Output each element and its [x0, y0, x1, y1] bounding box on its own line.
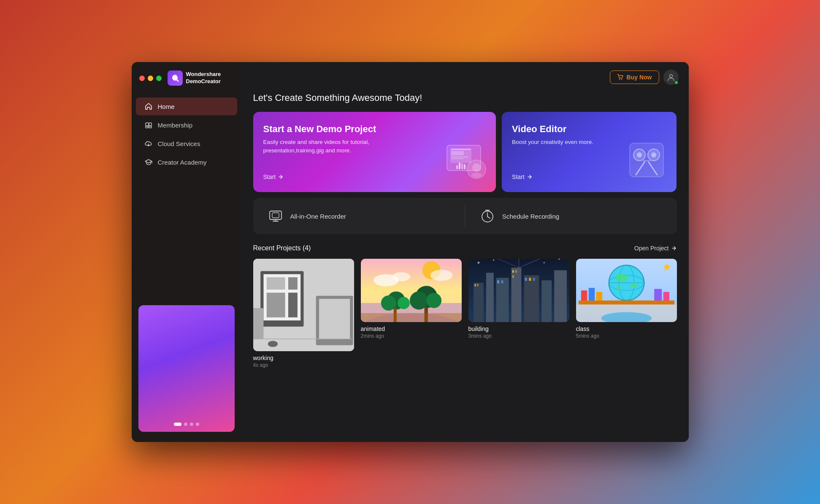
online-indicator: [674, 81, 678, 84]
svg-rect-80: [474, 284, 476, 286]
svg-point-64: [426, 293, 441, 308]
schedule-recording-button[interactable]: Schedule Recording: [465, 198, 677, 234]
user-icon: [667, 73, 675, 81]
svg-rect-103: [588, 288, 594, 301]
svg-rect-23: [630, 143, 663, 177]
dot-3: [190, 423, 193, 426]
svg-rect-2: [149, 123, 152, 126]
project-name-animated: animated: [361, 325, 462, 332]
sidebar-item-membership[interactable]: Membership: [136, 116, 237, 134]
dot-1: [174, 423, 181, 426]
svg-rect-15: [451, 158, 464, 159]
cart-icon: [617, 74, 624, 81]
new-project-title: Start a New Demo Project: [263, 124, 486, 135]
video-editor-card[interactable]: Video Editor Boost your creativity even …: [502, 112, 677, 192]
sidebar-item-creator-academy[interactable]: Creator Academy: [136, 153, 237, 171]
project-time-building: 3mins ago: [468, 333, 569, 339]
home-icon: [144, 102, 153, 111]
minimize-button[interactable]: [148, 76, 153, 81]
app-window: Wondershare DemoCreator Home: [132, 62, 689, 442]
svg-rect-85: [515, 270, 517, 273]
svg-rect-82: [497, 280, 499, 283]
all-in-one-recorder-button[interactable]: All-in-One Recorder: [253, 198, 465, 234]
recent-projects-title: Recent Projects (4): [253, 244, 311, 252]
svg-point-98: [615, 274, 628, 282]
svg-point-18: [471, 173, 482, 178]
svg-rect-105: [654, 289, 662, 300]
project-card-building[interactable]: building 3mins ago: [468, 259, 569, 351]
svg-point-55: [430, 270, 452, 281]
svg-rect-73: [473, 283, 483, 322]
projects-grid: working 4s ago: [253, 259, 677, 351]
svg-rect-44: [288, 293, 297, 317]
buy-now-button[interactable]: Buy Now: [610, 70, 659, 84]
svg-rect-78: [541, 280, 552, 322]
svg-rect-4: [149, 126, 152, 128]
svg-point-100: [616, 286, 622, 290]
svg-rect-31: [270, 211, 281, 219]
traffic-lights: [139, 76, 162, 81]
all-in-one-recorder-label: All-in-One Recorder: [290, 213, 346, 220]
sidebar-item-cloud-services[interactable]: Cloud Services: [136, 135, 237, 152]
project-thumbnail-animated: [361, 259, 462, 322]
sidebar: Wondershare DemoCreator Home: [132, 62, 241, 442]
page-title: Let's Create Something Awesome Today!: [253, 92, 677, 103]
top-bar: Buy Now: [241, 62, 689, 92]
maximize-button[interactable]: [156, 76, 162, 81]
app-logo: [168, 70, 183, 86]
svg-rect-45: [266, 293, 285, 317]
sidebar-item-home[interactable]: Home: [136, 98, 237, 115]
svg-point-9: [669, 75, 672, 78]
hero-cards-row: Start a New Demo Project Easily create a…: [253, 112, 677, 192]
svg-rect-81: [477, 284, 479, 286]
svg-rect-88: [529, 278, 531, 281]
project-time-animated: 2mins ago: [361, 333, 462, 339]
svg-point-28: [637, 152, 642, 157]
svg-point-60: [398, 297, 410, 309]
sidebar-item-label-creator-academy: Creator Academy: [158, 159, 207, 166]
recorder-row: All-in-One Recorder Schedule Recording: [253, 198, 677, 234]
arrow-right-icon: [278, 174, 284, 180]
svg-point-69: [493, 260, 494, 261]
project-name-class: class: [576, 325, 677, 332]
open-project-link[interactable]: Open Project: [634, 245, 677, 252]
svg-rect-20: [459, 163, 460, 169]
svg-rect-3: [146, 126, 148, 128]
close-button[interactable]: [139, 76, 145, 81]
project-card-working[interactable]: working 4s ago: [253, 259, 354, 351]
project-name-working: working: [253, 355, 354, 361]
svg-point-49: [268, 341, 277, 347]
svg-rect-14: [451, 157, 468, 157]
svg-rect-66: [361, 313, 462, 322]
screen-recorder-icon: [267, 207, 284, 225]
svg-rect-43: [288, 277, 297, 290]
svg-rect-34: [272, 213, 279, 218]
svg-point-68: [477, 262, 479, 264]
svg-point-8: [621, 79, 622, 80]
svg-rect-1: [146, 123, 149, 126]
svg-rect-84: [512, 270, 514, 273]
new-demo-project-card[interactable]: Start a New Demo Project Easily create a…: [253, 112, 496, 192]
project-card-class[interactable]: class 5mins ago: [576, 259, 677, 351]
svg-rect-101: [578, 301, 674, 305]
cloud-icon: [144, 139, 153, 148]
project-card-animated[interactable]: animated 2mins ago: [361, 259, 462, 351]
recent-projects-header: Recent Projects (4) Open Project: [253, 244, 677, 252]
video-editor-illustration: [623, 139, 670, 185]
svg-rect-75: [496, 278, 509, 322]
video-editor-desc: Boost your creativity even more.: [512, 138, 630, 146]
titlebar: Wondershare DemoCreator: [132, 62, 241, 90]
svg-rect-104: [596, 292, 602, 301]
svg-line-37: [487, 217, 490, 218]
demo-project-illustration: [443, 139, 489, 185]
svg-rect-106: [663, 292, 669, 301]
user-avatar[interactable]: [663, 70, 679, 85]
svg-rect-79: [554, 270, 567, 322]
svg-point-54: [392, 272, 410, 282]
content-area: Let's Create Something Awesome Today! St…: [241, 92, 689, 442]
main-content: Buy Now Let's Create Something Awesome T…: [241, 62, 689, 442]
arrow-right-icon-2: [527, 174, 533, 180]
app-name: Wondershare DemoCreator: [186, 71, 221, 85]
svg-rect-19: [456, 165, 458, 169]
svg-rect-12: [451, 149, 471, 150]
